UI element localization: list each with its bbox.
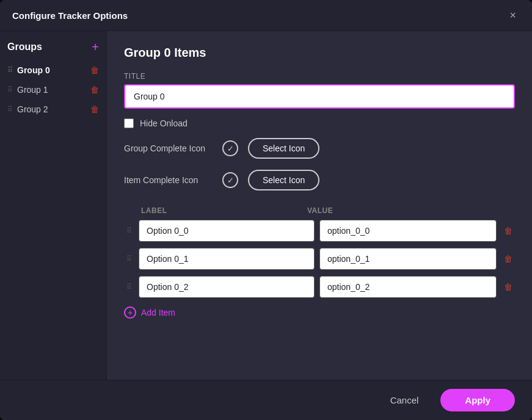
item-complete-check-icon: ✓ [222, 172, 238, 188]
option-value-input-0[interactable] [319, 220, 497, 242]
group-complete-icon-label: Group Complete Icon [124, 143, 213, 153]
title-field-label: Title [124, 72, 515, 81]
drag-handle-icon: ⠿ [7, 66, 12, 74]
option-value-input-1[interactable] [319, 248, 497, 270]
main-content: Group 0 Items Title Hide Onload Group Co… [107, 31, 532, 380]
option-label-input-1[interactable] [139, 248, 315, 270]
delete-option-0-button[interactable]: 🗑 [501, 226, 515, 236]
option-row-2: ⠿ 🗑 [124, 276, 515, 298]
option-drag-handle-0: ⠿ [124, 226, 134, 235]
option-drag-handle-2: ⠿ [124, 283, 134, 291]
group2-label: Group 2 [17, 104, 48, 114]
delete-option-2-button[interactable]: 🗑 [501, 282, 515, 292]
value-col-header: VALUE [307, 206, 490, 215]
title-input[interactable] [124, 84, 515, 109]
label-col-header: LABEL [141, 206, 297, 215]
configure-tracker-modal: Configure Tracker Options × Groups + ⠿ G… [0, 0, 532, 420]
cancel-button[interactable]: Cancel [378, 389, 431, 411]
sidebar-item-group1[interactable]: ⠿ Group 1 🗑 [0, 80, 106, 100]
section-title: Group 0 Items [124, 46, 515, 60]
select-group-icon-button[interactable]: Select Icon [248, 138, 319, 159]
item-complete-icon-row: Item Complete Icon ✓ Select Icon [124, 170, 515, 190]
add-item-button[interactable]: + Add Item [124, 304, 175, 321]
group-complete-check-icon: ✓ [222, 140, 238, 156]
groups-label: Groups [7, 42, 42, 52]
sidebar-item-group2[interactable]: ⠿ Group 2 🗑 [0, 100, 106, 119]
hide-onload-row: Hide Onload [124, 118, 515, 128]
add-group-button[interactable]: + [92, 41, 99, 53]
sidebar-item-group0[interactable]: ⠿ Group 0 🗑 [0, 60, 106, 80]
add-item-label: Add Item [141, 308, 175, 317]
delete-group1-button[interactable]: 🗑 [90, 85, 99, 95]
options-header: LABEL VALUE [124, 206, 515, 220]
option-label-input-2[interactable] [139, 276, 315, 298]
option-row-0: ⠿ 🗑 [124, 220, 515, 242]
apply-button[interactable]: Apply [440, 389, 515, 411]
delete-group0-button[interactable]: 🗑 [90, 65, 99, 75]
drag-handle-icon: ⠿ [7, 105, 12, 114]
modal-title: Configure Tracker Options [12, 10, 128, 21]
option-drag-handle-1: ⠿ [124, 255, 134, 263]
add-item-circle-icon: + [124, 306, 136, 319]
group-complete-icon-row: Group Complete Icon ✓ Select Icon [124, 138, 515, 159]
delete-group2-button[interactable]: 🗑 [90, 104, 99, 114]
modal-body: Groups + ⠿ Group 0 🗑 ⠿ Group 1 [0, 31, 532, 380]
options-section: LABEL VALUE ⠿ 🗑 ⠿ [124, 206, 515, 321]
item-complete-icon-label: Item Complete Icon [124, 175, 213, 185]
close-button[interactable]: × [506, 9, 520, 22]
option-label-input-0[interactable] [139, 220, 315, 242]
sidebar: Groups + ⠿ Group 0 🗑 ⠿ Group 1 [0, 31, 107, 380]
group1-label: Group 1 [17, 85, 48, 95]
modal-footer: Cancel Apply [0, 380, 532, 420]
sidebar-header: Groups + [0, 41, 106, 60]
hide-onload-checkbox[interactable] [124, 118, 134, 128]
delete-option-1-button[interactable]: 🗑 [501, 254, 515, 264]
hide-onload-label: Hide Onload [140, 118, 188, 128]
modal-header: Configure Tracker Options × [0, 0, 532, 31]
drag-handle-icon: ⠿ [7, 85, 12, 94]
group0-label: Group 0 [17, 65, 50, 75]
option-row-1: ⠿ 🗑 [124, 248, 515, 270]
select-item-icon-button[interactable]: Select Icon [248, 170, 319, 190]
option-value-input-2[interactable] [319, 276, 497, 298]
